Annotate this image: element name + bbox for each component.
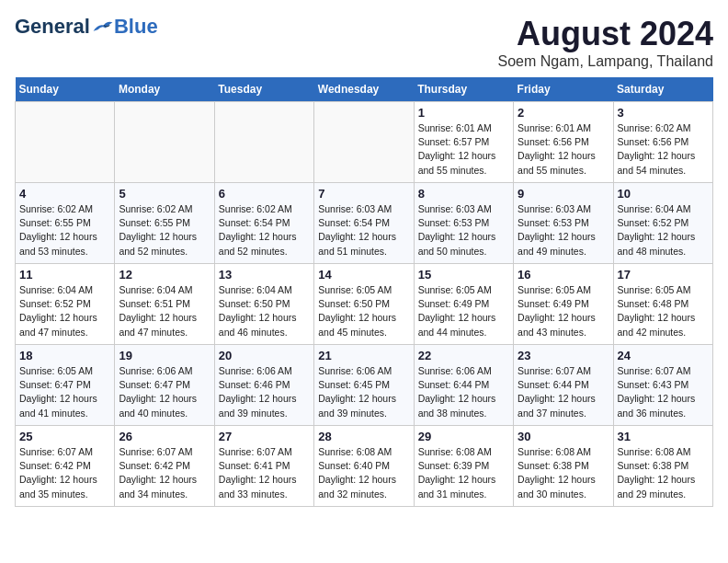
- logo-bird-icon: [92, 17, 114, 36]
- calendar-cell: 8Sunrise: 6:03 AM Sunset: 6:53 PM Daylig…: [414, 183, 513, 264]
- day-info: Sunrise: 6:06 AM Sunset: 6:44 PM Dayligh…: [418, 364, 509, 420]
- calendar-cell: 2Sunrise: 6:01 AM Sunset: 6:56 PM Daylig…: [514, 102, 613, 183]
- calendar-cell: [214, 102, 313, 183]
- day-number: 30: [518, 430, 609, 443]
- calendar-cell: [16, 102, 115, 183]
- day-info: Sunrise: 6:07 AM Sunset: 6:43 PM Dayligh…: [618, 364, 709, 420]
- day-info: Sunrise: 6:04 AM Sunset: 6:50 PM Dayligh…: [219, 283, 310, 339]
- day-number: 2: [518, 106, 609, 120]
- day-number: 26: [119, 430, 210, 443]
- day-info: Sunrise: 6:08 AM Sunset: 6:39 PM Dayligh…: [418, 445, 509, 501]
- calendar-week-row: 11Sunrise: 6:04 AM Sunset: 6:52 PM Dayli…: [16, 264, 713, 345]
- day-info: Sunrise: 6:06 AM Sunset: 6:45 PM Dayligh…: [318, 364, 409, 420]
- day-number: 31: [618, 430, 709, 443]
- day-number: 1: [418, 106, 509, 120]
- day-info: Sunrise: 6:08 AM Sunset: 6:38 PM Dayligh…: [518, 445, 609, 501]
- weekday-header-sunday: Sunday: [16, 77, 115, 102]
- day-info: Sunrise: 6:05 AM Sunset: 6:47 PM Dayligh…: [19, 364, 110, 420]
- day-number: 3: [618, 106, 709, 120]
- calendar-cell: 25Sunrise: 6:07 AM Sunset: 6:42 PM Dayli…: [16, 426, 115, 507]
- day-info: Sunrise: 6:02 AM Sunset: 6:56 PM Dayligh…: [618, 121, 709, 178]
- day-info: Sunrise: 6:05 AM Sunset: 6:49 PM Dayligh…: [518, 283, 609, 339]
- day-number: 25: [19, 430, 110, 443]
- day-info: Sunrise: 6:04 AM Sunset: 6:52 PM Dayligh…: [618, 202, 709, 259]
- calendar-cell: 16Sunrise: 6:05 AM Sunset: 6:49 PM Dayli…: [514, 264, 613, 345]
- day-info: Sunrise: 6:07 AM Sunset: 6:41 PM Dayligh…: [219, 445, 310, 501]
- weekday-header-tuesday: Tuesday: [214, 77, 313, 102]
- day-number: 19: [119, 349, 210, 362]
- day-number: 22: [418, 349, 509, 362]
- day-info: Sunrise: 6:03 AM Sunset: 6:53 PM Dayligh…: [518, 202, 609, 259]
- calendar-week-row: 1Sunrise: 6:01 AM Sunset: 6:57 PM Daylig…: [16, 102, 713, 183]
- calendar-cell: 12Sunrise: 6:04 AM Sunset: 6:51 PM Dayli…: [115, 264, 214, 345]
- calendar-cell: 30Sunrise: 6:08 AM Sunset: 6:38 PM Dayli…: [514, 426, 613, 507]
- day-info: Sunrise: 6:04 AM Sunset: 6:51 PM Dayligh…: [119, 283, 210, 339]
- day-number: 20: [219, 349, 310, 362]
- weekday-header-monday: Monday: [115, 77, 214, 102]
- day-number: 12: [119, 268, 210, 282]
- calendar-cell: [115, 102, 214, 183]
- day-info: Sunrise: 6:03 AM Sunset: 6:53 PM Dayligh…: [418, 202, 509, 259]
- day-number: 17: [618, 268, 709, 282]
- day-info: Sunrise: 6:02 AM Sunset: 6:54 PM Dayligh…: [219, 202, 310, 259]
- calendar-table: SundayMondayTuesdayWednesdayThursdayFrid…: [15, 77, 713, 507]
- day-info: Sunrise: 6:02 AM Sunset: 6:55 PM Dayligh…: [119, 202, 210, 259]
- day-info: Sunrise: 6:07 AM Sunset: 6:42 PM Dayligh…: [119, 445, 210, 501]
- day-info: Sunrise: 6:04 AM Sunset: 6:52 PM Dayligh…: [19, 283, 110, 339]
- day-number: 7: [318, 187, 409, 201]
- calendar-cell: 19Sunrise: 6:06 AM Sunset: 6:47 PM Dayli…: [115, 345, 214, 426]
- calendar-cell: 13Sunrise: 6:04 AM Sunset: 6:50 PM Dayli…: [214, 264, 313, 345]
- day-info: Sunrise: 6:01 AM Sunset: 6:57 PM Dayligh…: [418, 121, 509, 178]
- day-number: 15: [418, 268, 509, 282]
- calendar-cell: 21Sunrise: 6:06 AM Sunset: 6:45 PM Dayli…: [314, 345, 414, 426]
- day-info: Sunrise: 6:05 AM Sunset: 6:50 PM Dayligh…: [318, 283, 409, 339]
- calendar-cell: 7Sunrise: 6:03 AM Sunset: 6:54 PM Daylig…: [314, 183, 414, 264]
- day-number: 8: [418, 187, 509, 201]
- day-number: 27: [219, 430, 310, 443]
- day-info: Sunrise: 6:01 AM Sunset: 6:56 PM Dayligh…: [518, 121, 609, 178]
- day-info: Sunrise: 6:08 AM Sunset: 6:40 PM Dayligh…: [318, 445, 409, 501]
- weekday-header-row: SundayMondayTuesdayWednesdayThursdayFrid…: [16, 77, 713, 102]
- day-number: 4: [19, 187, 110, 201]
- day-number: 23: [518, 349, 609, 362]
- calendar-cell: 4Sunrise: 6:02 AM Sunset: 6:55 PM Daylig…: [16, 183, 115, 264]
- day-number: 24: [618, 349, 709, 362]
- day-number: 13: [219, 268, 310, 282]
- calendar-cell: 15Sunrise: 6:05 AM Sunset: 6:49 PM Dayli…: [414, 264, 513, 345]
- day-info: Sunrise: 6:06 AM Sunset: 6:47 PM Dayligh…: [119, 364, 210, 420]
- weekday-header-wednesday: Wednesday: [314, 77, 414, 102]
- calendar-week-row: 18Sunrise: 6:05 AM Sunset: 6:47 PM Dayli…: [16, 345, 713, 426]
- calendar-cell: 9Sunrise: 6:03 AM Sunset: 6:53 PM Daylig…: [514, 183, 613, 264]
- day-info: Sunrise: 6:03 AM Sunset: 6:54 PM Dayligh…: [318, 202, 409, 259]
- calendar-cell: 24Sunrise: 6:07 AM Sunset: 6:43 PM Dayli…: [613, 345, 712, 426]
- calendar-cell: 17Sunrise: 6:05 AM Sunset: 6:48 PM Dayli…: [613, 264, 712, 345]
- day-number: 11: [19, 268, 110, 282]
- logo-blue: Blue: [114, 15, 158, 39]
- calendar-cell: 26Sunrise: 6:07 AM Sunset: 6:42 PM Dayli…: [115, 426, 214, 507]
- day-number: 14: [318, 268, 409, 282]
- day-number: 21: [318, 349, 409, 362]
- day-info: Sunrise: 6:02 AM Sunset: 6:55 PM Dayligh…: [19, 202, 110, 259]
- calendar-cell: 6Sunrise: 6:02 AM Sunset: 6:54 PM Daylig…: [214, 183, 313, 264]
- calendar-cell: 31Sunrise: 6:08 AM Sunset: 6:38 PM Dayli…: [613, 426, 712, 507]
- calendar-cell: 22Sunrise: 6:06 AM Sunset: 6:44 PM Dayli…: [414, 345, 513, 426]
- calendar-cell: 20Sunrise: 6:06 AM Sunset: 6:46 PM Dayli…: [214, 345, 313, 426]
- day-info: Sunrise: 6:05 AM Sunset: 6:49 PM Dayligh…: [418, 283, 509, 339]
- calendar-cell: 14Sunrise: 6:05 AM Sunset: 6:50 PM Dayli…: [314, 264, 414, 345]
- logo: General Blue: [15, 15, 158, 39]
- calendar-cell: [314, 102, 414, 183]
- weekday-header-thursday: Thursday: [414, 77, 513, 102]
- day-number: 29: [418, 430, 509, 443]
- day-number: 6: [219, 187, 310, 201]
- weekday-header-friday: Friday: [514, 77, 613, 102]
- calendar-cell: 27Sunrise: 6:07 AM Sunset: 6:41 PM Dayli…: [214, 426, 313, 507]
- calendar-cell: 28Sunrise: 6:08 AM Sunset: 6:40 PM Dayli…: [314, 426, 414, 507]
- calendar-cell: 10Sunrise: 6:04 AM Sunset: 6:52 PM Dayli…: [613, 183, 712, 264]
- day-info: Sunrise: 6:07 AM Sunset: 6:44 PM Dayligh…: [518, 364, 609, 420]
- calendar-week-row: 4Sunrise: 6:02 AM Sunset: 6:55 PM Daylig…: [16, 183, 713, 264]
- day-number: 5: [119, 187, 210, 201]
- title-section: August 2024 Soem Ngam, Lampang, Thailand: [497, 15, 713, 70]
- day-number: 18: [19, 349, 110, 362]
- calendar-cell: 23Sunrise: 6:07 AM Sunset: 6:44 PM Dayli…: [514, 345, 613, 426]
- calendar-week-row: 25Sunrise: 6:07 AM Sunset: 6:42 PM Dayli…: [16, 426, 713, 507]
